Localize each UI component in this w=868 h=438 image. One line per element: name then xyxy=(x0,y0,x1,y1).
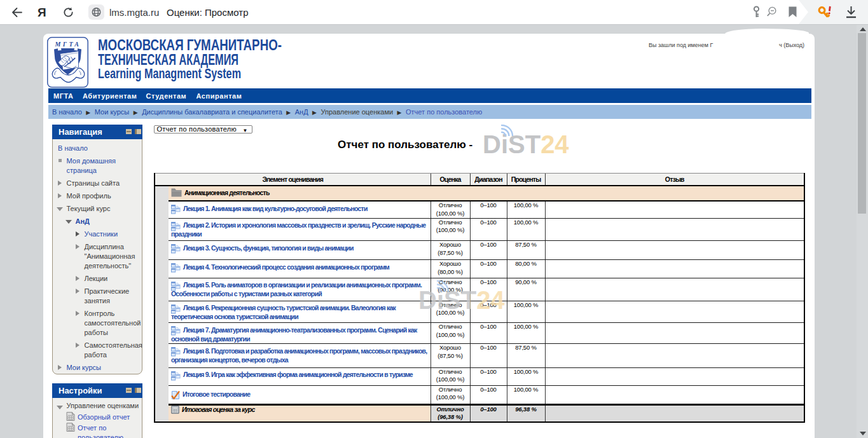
svg-text:МГТА: МГТА xyxy=(54,41,81,48)
